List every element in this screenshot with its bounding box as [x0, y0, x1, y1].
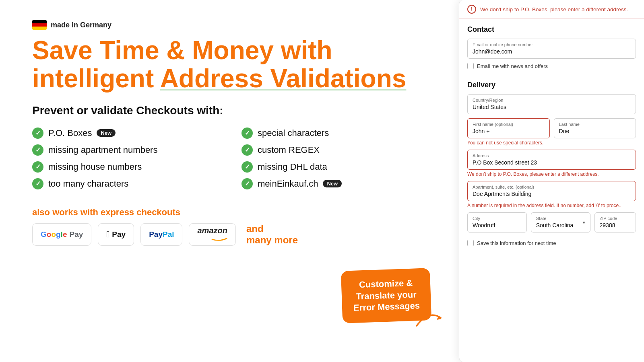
- feature-mein-einkauf: meinEinkauf.ch New: [242, 177, 435, 191]
- google-pay-icon: Google: [41, 230, 67, 239]
- feature-label-too-many-chars: too many characters: [48, 179, 128, 189]
- apartment-label: Apartment, suite, etc. (optional): [473, 185, 631, 189]
- last-name-group: Last name Doe: [554, 118, 636, 146]
- zip-value: 29388: [600, 222, 615, 228]
- save-checkbox-label: Save this information for next time: [477, 240, 556, 246]
- error-banner: ! We don't ship to P.O. Boxes, please en…: [459, 0, 644, 19]
- country-label: Country/Region: [473, 98, 631, 103]
- city-field[interactable]: City Woodruff: [467, 212, 527, 232]
- address-label: Address: [473, 153, 631, 158]
- feature-special-chars: special characters: [242, 126, 435, 140]
- arrow-icon: [413, 306, 445, 330]
- feature-label-missing-apt: missing apartment numbers: [48, 145, 157, 155]
- address-value: P.O Box Second street 23: [473, 159, 537, 166]
- first-name-group: First name (optional) John + You can not…: [467, 118, 550, 146]
- state-label: State: [536, 216, 585, 221]
- hero-subtitle: Prevent or validate Checkouts with:: [32, 104, 435, 117]
- apartment-error: A number is required in the address fiel…: [467, 203, 636, 208]
- email-label: Email or mobile phone number: [473, 42, 631, 47]
- german-flag-icon: [32, 20, 47, 30]
- error-banner-text: We don't ship to P.O. Boxes, please ente…: [480, 6, 628, 12]
- save-checkbox[interactable]: [467, 240, 474, 246]
- first-name-error: You can not use special characters.: [467, 140, 550, 146]
- first-name-field[interactable]: First name (optional) John +: [467, 118, 550, 138]
- feature-label-missing-dhl: missing DHL data: [258, 162, 327, 172]
- hero-title-highlight: Address Validations: [160, 64, 407, 93]
- zip-label: ZIP code: [600, 216, 631, 221]
- address-error: We don't ship to P.O. Boxes, please ente…: [467, 171, 636, 177]
- email-checkbox-row: Email me with news and offers: [467, 63, 636, 69]
- payment-logos: Google Pay  Pay PayPal: [32, 223, 435, 246]
- apple-pay-text: Pay: [112, 230, 126, 239]
- email-group: Email or mobile phone number John@doe.co…: [467, 39, 636, 59]
- email-value: John@doe.com: [473, 48, 512, 55]
- last-name-value: Doe: [559, 128, 570, 134]
- feature-label-missing-house: missing house numbers: [48, 162, 142, 172]
- new-badge-po: New: [97, 129, 116, 137]
- features-grid: P.O. Boxes New special characters missin…: [32, 126, 435, 191]
- check-icon: [32, 128, 43, 139]
- email-field[interactable]: Email or mobile phone number John@doe.co…: [467, 39, 636, 59]
- city-value: Woodruff: [473, 222, 495, 228]
- hero-title-line2: intelligent Address Validations: [32, 64, 435, 93]
- error-circle-icon: !: [467, 5, 476, 14]
- country-group: Country/Region United States: [467, 94, 636, 114]
- address-group: Address P.O Box Second street 23 We don'…: [467, 150, 636, 177]
- google-pay-logo: Google Pay: [32, 223, 91, 246]
- feature-label-special-chars: special characters: [258, 128, 329, 138]
- apple-icon: : [106, 229, 109, 240]
- right-panel: ! We don't ship to P.O. Boxes, please en…: [459, 0, 644, 362]
- last-name-label: Last name: [559, 122, 631, 127]
- apartment-group: Apartment, suite, etc. (optional) Doe Ap…: [467, 181, 636, 208]
- gpay-text: Pay: [69, 230, 83, 239]
- paypal-logo: PayPal: [140, 223, 182, 246]
- express-title: also works with express checkouts: [32, 207, 435, 218]
- apartment-field[interactable]: Apartment, suite, etc. (optional) Doe Ap…: [467, 181, 636, 201]
- state-dropdown-icon: ▼: [582, 220, 586, 225]
- express-section: also works with express checkouts Google…: [32, 207, 435, 246]
- form-body: Contact Email or mobile phone number Joh…: [459, 19, 644, 362]
- email-checkbox-label: Email me with news and offers: [477, 63, 548, 69]
- amazon-logo: amazon: [189, 223, 235, 246]
- email-checkbox[interactable]: [467, 63, 474, 69]
- last-name-field[interactable]: Last name Doe: [554, 118, 636, 138]
- feature-po-boxes: P.O. Boxes New: [32, 126, 225, 140]
- country-field[interactable]: Country/Region United States: [467, 94, 636, 114]
- address-field[interactable]: Address P.O Box Second street 23: [467, 150, 636, 170]
- hero-title: Save Time & Money with intelligent Addre…: [32, 36, 435, 93]
- feature-too-many-chars: too many characters: [32, 177, 225, 191]
- name-row: First name (optional) John + You can not…: [467, 118, 636, 150]
- state-group: State South Carolina ▼: [531, 212, 590, 232]
- feature-label-custom-regex: custom REGEX: [258, 145, 320, 155]
- feature-missing-dhl: missing DHL data: [242, 160, 435, 174]
- feature-label-mein-einkauf: meinEinkauf.ch: [258, 179, 318, 189]
- hero-title-line1: Save Time & Money with: [32, 36, 435, 64]
- delivery-section-title: Delivery: [467, 81, 636, 89]
- check-icon: [32, 161, 43, 173]
- state-value: South Carolina: [536, 222, 574, 228]
- feature-missing-apt: missing apartment numbers: [32, 143, 225, 157]
- state-field-box[interactable]: State South Carolina ▼: [531, 212, 590, 232]
- divider-1: [467, 75, 636, 75]
- zip-field[interactable]: ZIP code 29388: [594, 212, 636, 232]
- check-icon: [242, 144, 253, 156]
- contact-section-title: Contact: [467, 25, 636, 34]
- new-badge-mein: New: [323, 180, 342, 187]
- zip-group: ZIP code 29388: [594, 212, 636, 232]
- city-group: City Woodruff: [467, 212, 527, 232]
- check-icon: [32, 144, 43, 156]
- and-many-more: andmany more: [246, 223, 298, 246]
- made-in-germany: made in Germany: [32, 20, 435, 30]
- check-icon: [32, 178, 43, 189]
- country-value: United States: [473, 104, 506, 110]
- feature-custom-regex: custom REGEX: [242, 143, 435, 157]
- save-checkbox-row: Save this information for next time: [467, 240, 636, 246]
- first-name-label: First name (optional): [473, 122, 545, 127]
- check-icon: [242, 178, 253, 189]
- page-container: made in Germany Save Time & Money with i…: [0, 0, 644, 362]
- feature-missing-house: missing house numbers: [32, 160, 225, 174]
- check-icon: [242, 161, 253, 173]
- apartment-value: Doe Aprtments Building: [473, 191, 531, 197]
- apple-pay-logo:  Pay: [98, 223, 134, 246]
- check-icon: [242, 128, 253, 139]
